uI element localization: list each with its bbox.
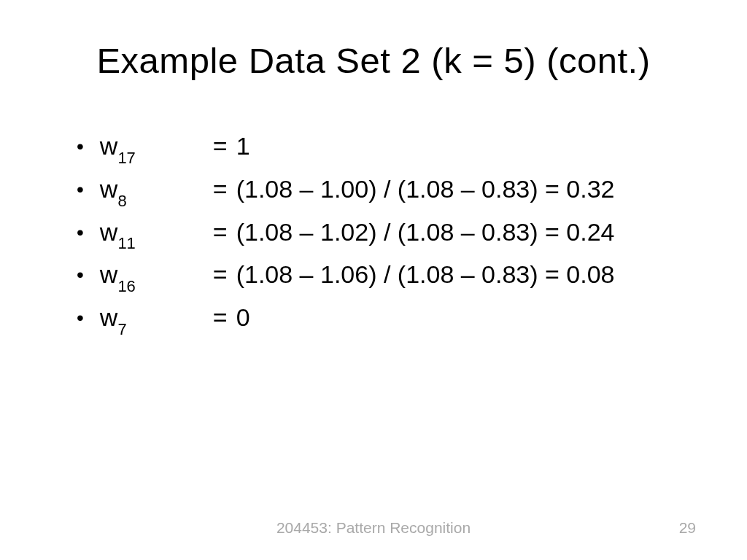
equals-sign: = bbox=[213, 218, 228, 246]
list-item: • w7 = 0 bbox=[77, 303, 685, 336]
variable-label: w7 bbox=[100, 303, 213, 336]
bullet-icon: • bbox=[77, 136, 84, 157]
list-item: • w17 = 1 bbox=[77, 132, 685, 165]
variable-base: w bbox=[100, 132, 118, 160]
bullet-icon: • bbox=[77, 265, 84, 285]
variable-subscript: 8 bbox=[117, 192, 126, 210]
equation-value: 1 bbox=[236, 132, 250, 160]
equals-sign: = bbox=[213, 175, 228, 203]
variable-label: w16 bbox=[100, 260, 213, 293]
list-item: • w16 = (1.08 – 1.06) / (1.08 – 0.83) = … bbox=[77, 260, 685, 293]
equation-value: 0 bbox=[236, 303, 250, 332]
equals-sign: = bbox=[213, 260, 228, 289]
footer: 204453: Pattern Recognition bbox=[0, 519, 747, 537]
bullet-icon: • bbox=[77, 308, 84, 328]
footer-label: 204453: Pattern Recognition bbox=[276, 519, 471, 537]
variable-subscript: 16 bbox=[117, 277, 135, 295]
variable-label: w8 bbox=[100, 175, 213, 208]
equals-sign: = bbox=[213, 303, 228, 332]
variable-base: w bbox=[100, 303, 118, 331]
bullet-icon: • bbox=[77, 179, 84, 200]
page-number: 29 bbox=[679, 519, 696, 537]
variable-subscript: 11 bbox=[117, 234, 135, 252]
equation-value: (1.08 – 1.00) / (1.08 – 0.83) = 0.32 bbox=[236, 175, 615, 203]
variable-base: w bbox=[100, 175, 118, 203]
slide-title: Example Data Set 2 (k = 5) (cont.) bbox=[62, 40, 685, 81]
list-item: • w11 = (1.08 – 1.02) / (1.08 – 0.83) = … bbox=[77, 218, 685, 251]
bullet-list: • w17 = 1 • w8 = (1.08 – 1.00) / (1.08 –… bbox=[62, 132, 685, 336]
variable-label: w17 bbox=[100, 132, 213, 165]
variable-label: w11 bbox=[100, 218, 213, 251]
equation-value: (1.08 – 1.02) / (1.08 – 0.83) = 0.24 bbox=[236, 218, 615, 246]
equals-sign: = bbox=[213, 132, 228, 160]
variable-base: w bbox=[100, 218, 118, 246]
variable-subscript: 7 bbox=[117, 320, 126, 338]
bullet-icon: • bbox=[77, 222, 84, 243]
slide-container: Example Data Set 2 (k = 5) (cont.) • w17… bbox=[0, 0, 747, 560]
variable-subscript: 17 bbox=[117, 149, 135, 167]
list-item: • w8 = (1.08 – 1.00) / (1.08 – 0.83) = 0… bbox=[77, 175, 685, 208]
equation-value: (1.08 – 1.06) / (1.08 – 0.83) = 0.08 bbox=[236, 260, 615, 289]
variable-base: w bbox=[100, 260, 118, 288]
